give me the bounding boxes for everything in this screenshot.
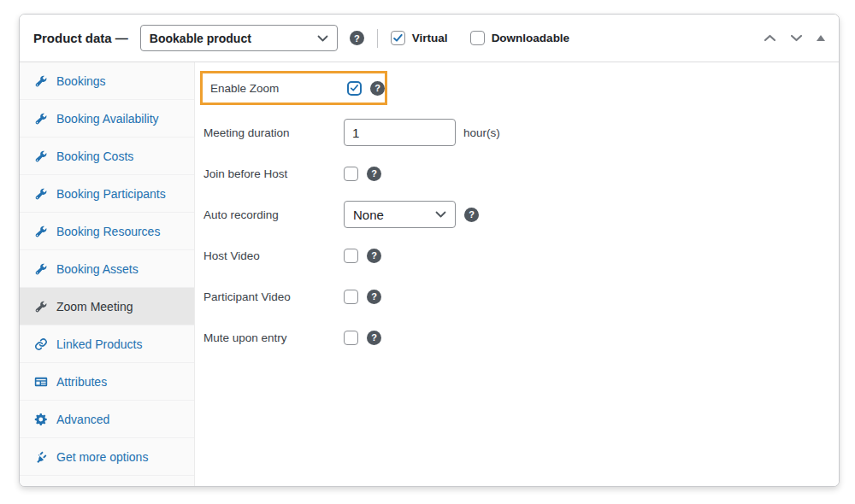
product-type-select[interactable]: Bookable product bbox=[140, 25, 338, 51]
help-icon[interactable]: ? bbox=[350, 31, 364, 45]
product-data-body: Bookings Booking Availability Booking Co… bbox=[20, 62, 839, 487]
tab-label: Attributes bbox=[56, 375, 107, 389]
meeting-duration-input[interactable] bbox=[344, 119, 456, 146]
wrench-icon bbox=[34, 300, 48, 314]
host-video-checkbox[interactable] bbox=[344, 249, 358, 263]
tab-booking-resources[interactable]: Booking Resources bbox=[20, 213, 194, 250]
attributes-icon bbox=[34, 375, 48, 389]
help-icon[interactable]: ? bbox=[367, 290, 381, 304]
check-icon bbox=[349, 82, 360, 94]
move-down-icon[interactable] bbox=[790, 34, 803, 42]
chevron-down-icon bbox=[435, 211, 446, 218]
collapse-panel-icon[interactable] bbox=[817, 35, 825, 41]
tab-booking-assets[interactable]: Booking Assets bbox=[20, 250, 194, 288]
virtual-checkbox[interactable] bbox=[391, 31, 405, 45]
wrench-icon bbox=[34, 262, 48, 276]
virtual-label: Virtual bbox=[412, 32, 448, 44]
tab-bookings[interactable]: Bookings bbox=[20, 62, 194, 100]
tab-label: Booking Availability bbox=[56, 112, 159, 126]
meeting-duration-row: Meeting duration hour(s) bbox=[203, 112, 839, 153]
help-icon[interactable]: ? bbox=[367, 331, 381, 345]
host-video-label: Host Video bbox=[203, 249, 344, 262]
host-video-row: Host Video ? bbox=[203, 235, 839, 276]
product-data-header: Product data — Bookable product ? Virtua… bbox=[20, 15, 839, 62]
help-icon[interactable]: ? bbox=[367, 249, 381, 263]
tab-booking-costs[interactable]: Booking Costs bbox=[20, 138, 194, 175]
mute-upon-entry-label: Mute upon entry bbox=[203, 331, 344, 344]
enable-zoom-checkbox[interactable] bbox=[347, 81, 362, 96]
mute-upon-entry-row: Mute upon entry ? bbox=[203, 317, 839, 358]
panel-order-controls bbox=[764, 34, 825, 42]
tab-label: Booking Resources bbox=[56, 225, 160, 238]
product-data-panel: Product data — Bookable product ? Virtua… bbox=[19, 14, 840, 487]
zoom-meeting-settings: Enable Zoom ? Meeting duration hour(s) J… bbox=[195, 62, 839, 487]
wrench-icon bbox=[34, 112, 48, 126]
auto-recording-select[interactable]: None bbox=[344, 201, 456, 228]
tab-label: Get more options bbox=[56, 450, 148, 464]
meeting-duration-suffix: hour(s) bbox=[463, 126, 500, 139]
tab-row-clipped bbox=[20, 476, 194, 487]
auto-recording-row: Auto recording None ? bbox=[203, 194, 839, 235]
meeting-duration-label: Meeting duration bbox=[203, 126, 344, 139]
product-data-tabs: Bookings Booking Availability Booking Co… bbox=[20, 62, 195, 487]
downloadable-label: Downloadable bbox=[492, 32, 570, 44]
tab-zoom-meeting[interactable]: Zoom Meeting bbox=[20, 288, 194, 325]
mute-upon-entry-checkbox[interactable] bbox=[344, 331, 358, 345]
join-before-host-label: Join before Host bbox=[203, 167, 344, 180]
link-icon bbox=[34, 337, 48, 351]
virtual-checkbox-group: Virtual bbox=[391, 31, 448, 45]
enable-zoom-label: Enable Zoom bbox=[210, 82, 347, 95]
panel-title: Product data — bbox=[33, 31, 128, 45]
check-icon bbox=[392, 32, 404, 44]
gear-icon bbox=[34, 413, 48, 426]
move-up-icon[interactable] bbox=[764, 34, 776, 42]
wrench-icon bbox=[34, 187, 48, 201]
participant-video-checkbox[interactable] bbox=[344, 290, 358, 304]
help-icon[interactable]: ? bbox=[367, 167, 381, 181]
participant-video-row: Participant Video ? bbox=[203, 276, 839, 317]
tab-attributes[interactable]: Attributes bbox=[20, 363, 194, 401]
downloadable-checkbox[interactable] bbox=[470, 31, 485, 45]
wrench-icon bbox=[34, 225, 48, 238]
tab-label: Booking Assets bbox=[56, 262, 139, 276]
tab-linked-products[interactable]: Linked Products bbox=[20, 325, 194, 363]
tab-label: Linked Products bbox=[56, 337, 142, 351]
wrench-icon bbox=[34, 149, 48, 163]
tab-label: Advanced bbox=[56, 413, 109, 426]
tab-booking-availability[interactable]: Booking Availability bbox=[20, 100, 194, 138]
tab-booking-participants[interactable]: Booking Participants bbox=[20, 175, 194, 213]
tab-label: Booking Costs bbox=[56, 149, 133, 163]
tab-label: Zoom Meeting bbox=[56, 300, 133, 314]
tab-label: Bookings bbox=[56, 74, 106, 88]
enable-zoom-highlight: Enable Zoom ? bbox=[200, 71, 387, 105]
downloadable-checkbox-group: Downloadable bbox=[470, 31, 570, 45]
tab-advanced[interactable]: Advanced bbox=[20, 401, 194, 438]
join-before-host-checkbox[interactable] bbox=[344, 167, 358, 181]
wrench-icon bbox=[34, 74, 48, 88]
participant-video-label: Participant Video bbox=[203, 290, 344, 303]
header-divider bbox=[377, 29, 378, 48]
auto-recording-label: Auto recording bbox=[203, 208, 344, 221]
auto-recording-value: None bbox=[353, 208, 384, 222]
product-type-value: Bookable product bbox=[150, 32, 251, 45]
help-icon[interactable]: ? bbox=[370, 81, 385, 96]
tab-label: Booking Participants bbox=[56, 187, 166, 201]
help-icon[interactable]: ? bbox=[464, 208, 479, 222]
tab-get-more-options[interactable]: Get more options bbox=[20, 438, 194, 476]
chevron-down-icon bbox=[317, 35, 328, 42]
join-before-host-row: Join before Host ? bbox=[203, 153, 839, 194]
plug-icon bbox=[34, 450, 48, 464]
